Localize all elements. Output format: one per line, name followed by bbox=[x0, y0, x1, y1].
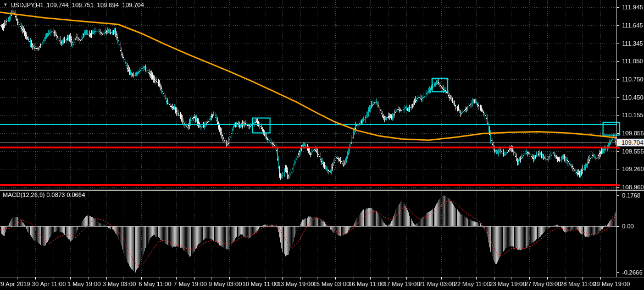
macd-indicator-label: MACD(12,26,9) bbox=[3, 191, 45, 198]
price-label: 111.345 bbox=[622, 40, 643, 47]
price-label: 111.645 bbox=[622, 22, 643, 29]
date-label: 29 May 19:00 bbox=[587, 281, 636, 287]
price-label: 110.750 bbox=[622, 76, 643, 83]
ohlc-close: 109.704 bbox=[122, 2, 144, 8]
price-label: 109.260 bbox=[622, 166, 644, 172]
price-label: 108.960 bbox=[622, 184, 644, 190]
price-label: 110.450 bbox=[622, 94, 643, 101]
macd-signal-value: 0.0664 bbox=[66, 191, 85, 198]
ohlc-high: 109.751 bbox=[72, 2, 94, 8]
price-label: 111.050 bbox=[622, 58, 643, 64]
macd-scale-label: 0.1768 bbox=[622, 192, 641, 199]
symbol-period-label: USDJPY,H1 bbox=[11, 2, 43, 8]
chart-window: ▼ USDJPY,H1 109.744 109.751 109.694 109.… bbox=[0, 0, 644, 290]
price-label: 109.555 bbox=[622, 148, 644, 155]
price-label: 109.855 bbox=[622, 130, 644, 136]
macd-main-value: 0.0873 bbox=[46, 191, 65, 198]
macd-scale-label: -0.2666 bbox=[622, 269, 642, 276]
macd-header: MACD(12,26,9) 0.0873 0.0664 bbox=[3, 191, 85, 198]
price-label: 110.155 bbox=[622, 112, 643, 118]
symbol-dropdown-icon[interactable]: ▼ bbox=[3, 2, 8, 8]
ohlc-low: 109.694 bbox=[97, 2, 119, 8]
chart-header: ▼ USDJPY,H1 109.744 109.751 109.694 109.… bbox=[3, 2, 144, 8]
current-price-tag: 109.704 bbox=[617, 139, 644, 146]
macd-scale-label: 0.00 bbox=[622, 223, 634, 229]
ohlc-open: 109.744 bbox=[47, 2, 69, 8]
chart-canvas[interactable] bbox=[0, 0, 644, 290]
price-label: 111.945 bbox=[622, 4, 643, 10]
